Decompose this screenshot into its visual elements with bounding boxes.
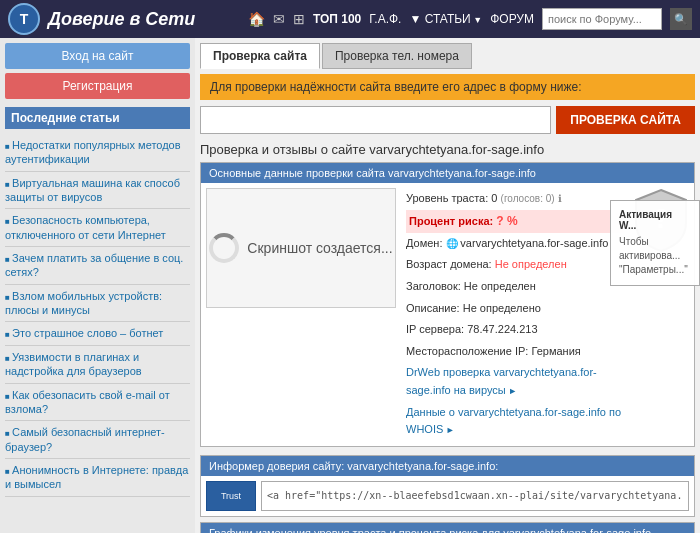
logo-icon: Т (8, 3, 40, 35)
info-panel: Уровень траста: 0 (голосов: 0) ℹ Процент… (406, 188, 624, 441)
tabs: Проверка сайта Проверка тел. номера (200, 43, 695, 69)
informer-header: Информер доверия сайту: varvarychtetyana… (201, 456, 694, 476)
sidebar-article-item: Зачем платить за общение в соц. сетях? (5, 247, 190, 285)
header-label: Заголовок: (406, 280, 461, 292)
top100-link[interactable]: ТОП 100 (313, 12, 361, 26)
activation-title: Активация W... (619, 209, 691, 231)
age-label: Возраст домена: (406, 258, 492, 270)
sidebar-article-item: Как обезопасить свой e-mail от взлома? (5, 384, 190, 422)
url-input[interactable] (200, 106, 551, 134)
sidebar-articles: Недостатки популярных методов аутентифик… (5, 134, 190, 497)
trust-votes: (голосов: 0) (501, 193, 555, 204)
faq-link[interactable]: Г.А.Ф. (369, 12, 401, 26)
loading-spinner (209, 233, 239, 263)
sidebar-article-link[interactable]: Зачем платить за общение в соц. сетях? (5, 251, 190, 280)
whois-row: Данные о varvarychtetyana.for-sage.info … (406, 402, 624, 441)
virus-check-link[interactable]: DrWeb проверка varvarychtetyana.for-sage… (406, 366, 597, 396)
info-bar: Для проверки надёжности сайта введите ег… (200, 74, 695, 100)
ip-row: IP сервера: 78.47.224.213 (406, 319, 624, 341)
location-value: Германия (531, 345, 580, 357)
search-button[interactable]: 🔍 (670, 8, 692, 30)
login-button[interactable]: Вход на сайт (5, 43, 190, 69)
sidebar-recent-title: Последние статьи (5, 107, 190, 129)
ip-value: 78.47.224.213 (467, 323, 537, 335)
domain-row: Домен: 🌐 varvarychtetyana.for-sage.info (406, 233, 624, 255)
sidebar-article-link[interactable]: Виртуальная машина как способ защиты от … (5, 176, 190, 205)
sidebar-article-link[interactable]: Недостатки популярных методов аутентифик… (5, 138, 190, 167)
header: Т Доверие в Сети 🏠 ✉ ⊞ ТОП 100 Г.А.Ф. ▼ … (0, 0, 700, 38)
trust-level-label: Уровень траста: (406, 192, 488, 204)
sidebar-article-link[interactable]: Уязвимости в плагинах и надстройка для б… (5, 350, 190, 379)
url-area: ПРОВЕРКА САЙТА (200, 106, 695, 134)
sidebar-article-item: Безопасность компьютера, отключенного от… (5, 209, 190, 247)
search-input[interactable] (542, 8, 662, 30)
articles-link[interactable]: ▼ СТАТЬИ (409, 12, 482, 26)
sidebar-article-item: Это страшное слово – ботнет (5, 322, 190, 345)
forum-link[interactable]: ФОРУМ (490, 12, 534, 26)
sidebar-article-item: Самый безопасный интернет-браузер? (5, 421, 190, 459)
percent-risk-row: Процент риска: ? % (406, 210, 624, 233)
sidebar-article-link[interactable]: Безопасность компьютера, отключенного от… (5, 213, 190, 242)
register-button[interactable]: Регистрация (5, 73, 190, 99)
informer-section: Информер доверия сайту: varvarychtetyana… (200, 455, 695, 517)
sidebar-article-item: Виртуальная машина как способ защиты от … (5, 172, 190, 210)
percent-risk-label: Процент риска: (409, 215, 493, 227)
screenshot-text: Скриншот создается... (247, 240, 392, 256)
mail-icon[interactable]: ✉ (273, 11, 285, 27)
review-title: Проверка и отзывы о сайте varvarychtetya… (200, 142, 695, 157)
sidebar: Вход на сайт Регистрация Последние стать… (0, 38, 195, 533)
screenshot-area: Скриншот создается... (206, 188, 396, 308)
info-icon: ℹ (558, 193, 562, 204)
header-value: Не определен (464, 280, 536, 292)
tab-check-site[interactable]: Проверка сайта (200, 43, 320, 69)
tab-check-phone[interactable]: Проверка тел. номера (322, 43, 472, 69)
sidebar-article-link[interactable]: Как обезопасить свой e-mail от взлома? (5, 388, 190, 417)
informer-logo: Trust (206, 481, 256, 511)
site-title: Доверие в Сети (48, 9, 195, 30)
description-value: Не определено (463, 302, 541, 314)
sidebar-article-link[interactable]: Это страшное слово – ботнет (5, 326, 190, 340)
sidebar-article-link[interactable]: Самый безопасный интернет-браузер? (5, 425, 190, 454)
sidebar-article-item: Уязвимости в плагинах и надстройка для б… (5, 346, 190, 384)
location-row: Месторасположение IP: Германия (406, 341, 624, 363)
graph-section: Графики изменения уровня траста и процен… (200, 522, 695, 533)
main-layout: Вход на сайт Регистрация Последние стать… (0, 38, 700, 533)
nav-area: 🏠 ✉ ⊞ ТОП 100 Г.А.Ф. ▼ СТАТЬИ ФОРУМ 🔍 (248, 8, 692, 30)
activation-overlay: Активация W... Чтобы активирова... "Пара… (610, 200, 700, 286)
age-row: Возраст домена: Не определен (406, 254, 624, 276)
informer-code-input[interactable] (261, 481, 689, 511)
grid-icon[interactable]: ⊞ (293, 11, 305, 27)
home-icon[interactable]: 🏠 (248, 11, 265, 27)
sidebar-article-link[interactable]: Анонимность в Интернете: правда и вымысе… (5, 463, 190, 492)
description-label: Описание: (406, 302, 460, 314)
whois-link[interactable]: Данные о varvarychtetyana.for-sage.info … (406, 406, 621, 436)
main-data-header: Основные данные проверки сайта varvarych… (201, 163, 694, 183)
graph-header: Графики изменения уровня траста и процен… (201, 523, 694, 533)
sidebar-article-item: Взлом мобильных устройств: плюсы и минус… (5, 285, 190, 323)
trust-level-row: Уровень траста: 0 (голосов: 0) ℹ (406, 188, 624, 210)
virus-check-row: DrWeb проверка varvarychtetyana.for-sage… (406, 362, 624, 401)
description-row: Описание: Не определено (406, 298, 624, 320)
sidebar-article-item: Анонимность в Интернете: правда и вымысе… (5, 459, 190, 497)
trust-level-value: 0 (491, 192, 497, 204)
svg-text:Т: Т (20, 11, 29, 27)
informer-body: Trust (201, 476, 694, 516)
sidebar-article-link[interactable]: Взлом мобильных устройств: плюсы и минус… (5, 289, 190, 318)
domain-label: Домен: (406, 237, 443, 249)
sidebar-article-item: Недостатки популярных методов аутентифик… (5, 134, 190, 172)
ip-label: IP сервера: (406, 323, 464, 335)
domain-value: varvarychtetyana.for-sage.info (460, 237, 608, 249)
logo-area: Т Доверие в Сети (8, 3, 195, 35)
domain-icon: 🌐 (446, 238, 461, 249)
percent-risk-value: ? % (496, 214, 517, 228)
activation-text: Чтобы активирова... "Параметры..." (619, 235, 691, 277)
location-label: Месторасположение IP: (406, 345, 528, 357)
header-row: Заголовок: Не определен (406, 276, 624, 298)
age-value: Не определен (495, 258, 567, 270)
check-site-button[interactable]: ПРОВЕРКА САЙТА (556, 106, 695, 134)
